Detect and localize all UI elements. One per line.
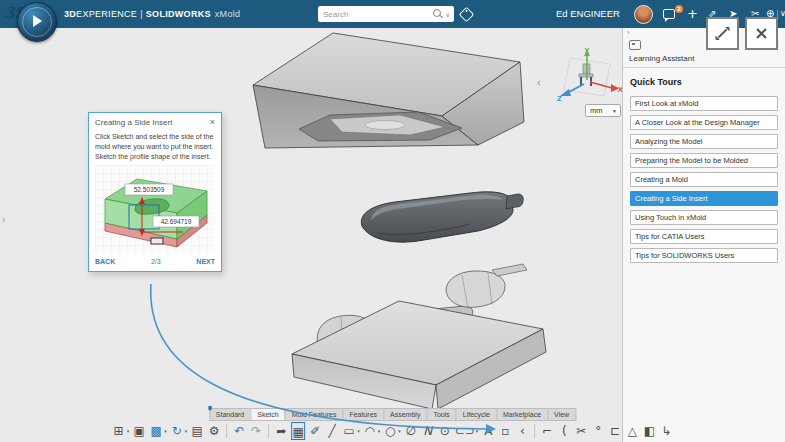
tour-item-preparing[interactable]: Preparing the Model to be Molded: [630, 153, 778, 168]
axis-triad[interactable]: Y X Z: [552, 44, 624, 106]
spline-handle-icon[interactable]: ‹: [515, 422, 529, 440]
tour-item-analyzing[interactable]: Analyzing the Model: [630, 134, 778, 149]
convert-entities-icon[interactable]: °: [591, 422, 605, 440]
compass-logo[interactable]: [17, 2, 57, 42]
undo-icon[interactable]: ↶: [232, 422, 246, 440]
action-toolbar: ⊞▾ ▣ ▩▾ ↻▾ ▤ ⚙ ↶ ↷ ➦ ▦ ✐ ╱ ▭▾ ◠▾ ○▾ ∅ N …: [112, 422, 674, 440]
add-icon[interactable]: +: [687, 0, 698, 28]
next-button[interactable]: NEXT: [196, 258, 215, 265]
left-panel-expander[interactable]: ›: [2, 214, 5, 225]
back-button[interactable]: BACK: [95, 258, 115, 265]
chevron-down-icon[interactable]: ▾: [357, 428, 360, 434]
tab-features[interactable]: Features: [342, 408, 383, 421]
tour-item-design-manager[interactable]: A Closer Look at the Design Manager: [630, 115, 778, 130]
circle-icon[interactable]: ○: [383, 422, 397, 440]
brand-solidworks: SOLIDWORKS: [146, 9, 211, 19]
tab-view[interactable]: View: [547, 408, 576, 421]
mold-top-block: [253, 33, 524, 148]
chevron-down-icon[interactable]: ▾: [185, 428, 188, 434]
import-model-icon[interactable]: ⊞: [112, 422, 126, 440]
chevron-down-icon[interactable]: ▾: [164, 428, 167, 434]
brand-experience: EXPERIENCE: [76, 9, 137, 19]
tour-item-first-look[interactable]: First Look at xMold: [630, 96, 778, 111]
sketch-sheet-icon[interactable]: ▦: [291, 422, 305, 440]
rectangle-icon[interactable]: ▭: [342, 422, 356, 440]
mirror-icon[interactable]: △: [625, 422, 639, 440]
chat-bubble-icon: [663, 9, 675, 19]
chevron-down-icon[interactable]: ▾: [476, 428, 479, 434]
brand-3d: 3D: [64, 9, 76, 19]
overlay-close-button[interactable]: [745, 17, 778, 50]
point-icon[interactable]: ▫: [498, 422, 512, 440]
tab-marketplace[interactable]: Marketplace: [496, 408, 547, 421]
chevron-down-icon[interactable]: ▾: [398, 428, 401, 434]
search-bar[interactable]: ∨: [318, 6, 454, 22]
text-icon[interactable]: A: [481, 422, 495, 440]
print-icon[interactable]: ▤: [190, 422, 204, 440]
notification-badge: 2: [675, 5, 683, 13]
move-icon[interactable]: ↳: [659, 422, 673, 440]
units-dropdown[interactable]: mm ▼: [585, 104, 621, 117]
molded-part: [361, 192, 523, 242]
tab-assembly[interactable]: Assembly: [383, 408, 426, 421]
sync-icon[interactable]: ↻: [170, 422, 184, 440]
sketch-flag-icon[interactable]: ✐: [308, 422, 322, 440]
manipulate-icon[interactable]: ▣: [132, 422, 146, 440]
chevron-down-icon: ▼: [612, 108, 620, 114]
avatar[interactable]: [634, 5, 653, 24]
tour-item-using-touch[interactable]: Using Touch in xMold: [630, 210, 778, 225]
tutorial-illustration: 52.503509 42.694719: [95, 165, 215, 253]
spline-icon[interactable]: N: [421, 422, 435, 440]
overlay-expand-button[interactable]: [706, 17, 739, 50]
line-icon[interactable]: ╱: [325, 422, 339, 440]
collapse-topbar-icon[interactable]: ∨: [780, 0, 785, 28]
fillet-icon[interactable]: ⌐: [540, 422, 554, 440]
quick-tours-heading: Quick Tours: [630, 77, 778, 87]
tab-lifecycle[interactable]: Lifecycle: [456, 408, 496, 421]
ribbon-tabs: Standard Sketch Mold Features Features A…: [209, 408, 576, 421]
tutorial-popup: Creating a Side Insert × Click Sketch an…: [88, 112, 222, 272]
pattern-icon[interactable]: ◧: [642, 422, 656, 440]
search-dropdown-caret[interactable]: ∨: [446, 11, 450, 18]
close-icon[interactable]: ×: [210, 117, 215, 127]
chamfer-icon[interactable]: (: [557, 422, 571, 440]
toolbar-divider: [268, 424, 269, 438]
tour-item-creating-mold[interactable]: Creating a Mold: [630, 172, 778, 187]
tour-item-catia-tips[interactable]: Tips for CATIA Users: [630, 229, 778, 244]
tab-mold-features[interactable]: Mold Features: [285, 408, 343, 421]
save-icon[interactable]: ▩: [149, 422, 163, 440]
polygon-icon[interactable]: ⊙: [438, 422, 452, 440]
chevron-down-icon[interactable]: ▾: [127, 428, 130, 434]
ellipse-icon[interactable]: ∅: [404, 422, 418, 440]
toolbar-divider: [226, 424, 227, 438]
popup-title: Creating a Side Insert: [95, 118, 210, 127]
tour-item-side-insert[interactable]: Creating a Side Insert: [630, 191, 778, 206]
offset-icon[interactable]: ⊏: [608, 422, 622, 440]
tab-standard[interactable]: Standard: [209, 408, 250, 421]
play-icon: [33, 15, 42, 27]
dimension-height-label: 42.694719: [161, 218, 192, 225]
slot-icon[interactable]: ⊂⊃: [455, 422, 475, 440]
axis-y-label: Y: [584, 46, 590, 55]
units-value: mm: [586, 106, 612, 115]
expand-arrows-icon: [715, 26, 730, 41]
learning-assistant-panel: › × Learning Assistant Quick Tours First…: [622, 28, 785, 442]
comment-icon[interactable]: ➦: [274, 422, 288, 440]
brand-separator: |: [140, 9, 143, 19]
notifications-icon[interactable]: 2: [663, 0, 679, 28]
redo-icon[interactable]: ↷: [249, 422, 263, 440]
search-icon[interactable]: [432, 8, 444, 20]
arc-icon[interactable]: ◠: [363, 422, 377, 440]
dimension-width-label: 52.503509: [134, 186, 165, 193]
settings-gear-icon[interactable]: ⚙: [207, 422, 221, 440]
triad-collapse-chevron[interactable]: ‹: [537, 76, 541, 88]
user-name[interactable]: Ed ENGINEER: [556, 0, 620, 28]
brand-title: 3DEXPERIENCE|SOLIDWORKSxMold: [64, 0, 240, 28]
search-input[interactable]: [318, 10, 432, 19]
chevron-down-icon[interactable]: ▾: [378, 428, 381, 434]
tab-sketch[interactable]: Sketch: [250, 408, 284, 421]
tab-tools[interactable]: Tools: [426, 408, 455, 421]
close-x-icon: [755, 27, 768, 40]
trim-icon[interactable]: ✂: [574, 422, 588, 440]
tour-item-solidworks-tips[interactable]: Tips for SOLIDWORKS Users: [630, 248, 778, 263]
